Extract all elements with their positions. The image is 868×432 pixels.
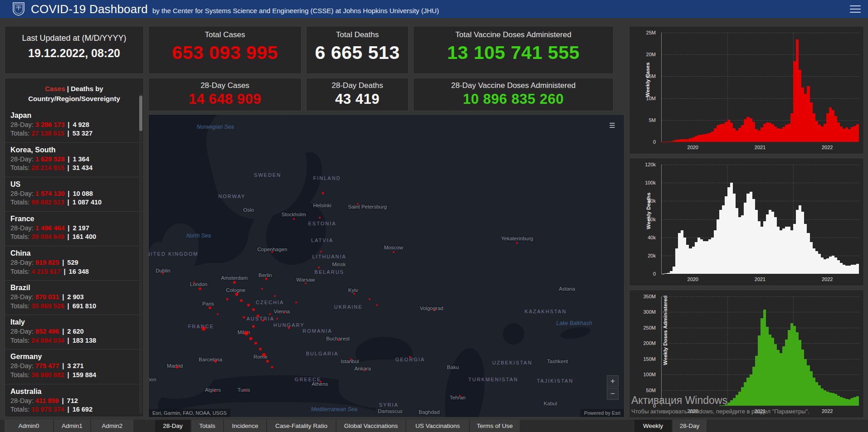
stat-line: 28-Day: 3 286 173 | 4 928 <box>10 121 138 130</box>
case-cluster-dot <box>283 312 285 314</box>
region-label: TAJIKISTAN <box>537 378 574 383</box>
city-label: Kabul <box>544 401 557 406</box>
city-label: Oslo <box>243 207 254 213</box>
tab-case-fatality-ratio[interactable]: Case-Fatality Ratio <box>267 420 336 432</box>
tab-global-vaccinations[interactable]: Global Vaccinations <box>336 420 405 432</box>
stat-label: Total Cases <box>149 30 301 39</box>
tab-incidence[interactable]: Incidence <box>224 420 266 432</box>
case-cluster-dot <box>252 325 255 328</box>
tab-terms-of-use[interactable]: Terms of Use <box>470 420 520 432</box>
case-cluster-dot <box>353 293 355 295</box>
region-label: BELARUS <box>315 269 344 275</box>
stat-line: 28-Day: 1 629 528 | 1 364 <box>10 155 138 164</box>
case-cluster-dot <box>162 272 164 274</box>
case-cluster-dot <box>322 192 324 194</box>
tab-admin2[interactable]: Admin2 <box>91 420 133 432</box>
city-label: Stockholm <box>282 212 306 217</box>
scrollbar-track[interactable] <box>139 94 142 414</box>
region-label: SYRIA <box>379 402 399 408</box>
case-cluster-dot <box>259 348 262 350</box>
country-name: Korea, South <box>10 146 138 154</box>
case-cluster-dot <box>320 381 322 383</box>
city-label: Warsaw <box>296 277 315 282</box>
weekly-deaths-chart[interactable]: Weekly Deaths120k100k80k60k40k20k0202020… <box>629 158 864 286</box>
stat-label: 28-Day Cases <box>149 81 301 90</box>
stat-line: Totals: 39 004 649 | 161 400 <box>10 233 138 242</box>
list-item[interactable]: Japan28-Day: 3 286 173 | 4 928Totals: 27… <box>5 108 143 142</box>
case-cluster-dot <box>176 366 179 369</box>
list-item[interactable]: France28-Day: 1 496 464 | 2 197Totals: 3… <box>5 211 143 246</box>
sea-label: Mediterranean Sea <box>311 406 357 413</box>
tab-us-vaccinations[interactable]: US Vaccinations <box>406 420 469 432</box>
stat-panel-28-day-vaccine-doses-administered: 28-Day Vaccine Doses Administered10 896 … <box>413 78 614 111</box>
stat-panel-28-day-deaths: 28-Day Deaths43 419 <box>306 78 409 111</box>
list-item[interactable]: Italy28-Day: 852 496 | 2 620Totals: 24 8… <box>5 315 143 349</box>
stat-value: 10 896 835 260 <box>414 91 613 107</box>
city-label: sbon <box>148 377 156 382</box>
last-updated-value: 19.12.2022, 08:20 <box>5 47 143 60</box>
tab-28-day[interactable]: 28-Day <box>673 420 707 432</box>
region-label: FINLAND <box>313 175 341 181</box>
stat-panel-total-vaccine-doses-administered: Total Vaccine Doses Administered13 105 7… <box>413 26 614 74</box>
tab-admin1[interactable]: Admin1 <box>54 420 90 432</box>
world-map[interactable]: Norwegian SeaNorth SeaMediterranean SeaL… <box>148 114 624 417</box>
city-label: Paris <box>202 301 214 306</box>
city-label: Damascus <box>378 408 402 414</box>
case-cluster-dot <box>393 251 395 253</box>
tab-group-charts: Weekly28-Day <box>634 420 707 432</box>
scrollbar-thumb[interactable] <box>139 96 142 131</box>
stat-line: Totals: 35 869 526 | 691 810 <box>10 302 138 311</box>
list-item[interactable]: Brazil28-Day: 870 031 | 2 903Totals: 35 … <box>5 280 143 315</box>
stat-label: Total Deaths <box>307 30 408 39</box>
case-cluster-dot <box>320 251 322 252</box>
zoom-out-button[interactable]: − <box>607 388 619 400</box>
cases-header-label: Cases <box>45 85 65 92</box>
stat-line: 28-Day: 852 496 | 2 620 <box>10 327 138 336</box>
list-item[interactable]: Korea, South28-Day: 1 629 528 | 1 364Tot… <box>5 142 143 177</box>
stat-line: 28-Day: 411 859 | 712 <box>10 397 138 406</box>
case-cluster-dot <box>249 337 253 340</box>
city-label: Tehran <box>450 395 466 400</box>
weekly-doses-chart[interactable]: Weekly Doses Administered350M300M250M200… <box>629 290 864 418</box>
city-label: Vienna <box>274 309 290 314</box>
jhu-shield-icon <box>13 2 24 16</box>
country-name: Germany <box>10 353 138 361</box>
country-header-line2: Country/Region/Sovereignty <box>28 95 120 102</box>
city-label: Istanbul <box>341 359 359 364</box>
case-cluster-dot <box>271 251 273 253</box>
list-item[interactable]: China28-Day: 919 825 | 529Totals: 4 215 … <box>5 246 143 280</box>
list-item[interactable]: US28-Day: 1 574 130 | 10 088Totals: 99 8… <box>5 177 143 211</box>
case-cluster-dot <box>233 281 236 284</box>
stat-line: 28-Day: 1 574 130 | 10 088 <box>10 189 138 199</box>
x-axis-ticks: 202020212022 <box>661 145 859 152</box>
region-label: NORWAY <box>218 194 245 199</box>
bar-series <box>662 165 859 274</box>
plot-area <box>661 33 859 142</box>
stat-line: 28-Day: 775 477 | 3 271 <box>10 362 138 371</box>
case-cluster-dot <box>288 327 290 329</box>
city-label: Kyiv <box>348 287 358 293</box>
last-updated-panel: Last Updated at (M/D/YYYY) 19.12.2022, 0… <box>5 26 144 74</box>
tab-28-day[interactable]: 28-Day <box>155 420 190 432</box>
weekly-cases-chart[interactable]: Weekly Cases25M20M15M10M5M0202020212022 <box>629 26 864 154</box>
tab-weekly[interactable]: Weekly <box>634 420 672 432</box>
hamburger-menu-icon[interactable] <box>850 5 861 13</box>
tab-admin0[interactable]: Admin0 <box>5 420 53 432</box>
tab-group-admin: Admin0Admin1Admin2 <box>5 420 133 432</box>
country-name: US <box>10 180 138 189</box>
stat-line: 28-Day: 1 496 464 | 2 197 <box>10 224 138 233</box>
case-cluster-dot <box>193 282 195 283</box>
sea-label: Norwegian Sea <box>197 124 234 130</box>
sea-label: North Sea <box>186 233 211 239</box>
y-axis-ticks: 350M300M250M200M150M100M50M0 <box>639 296 659 406</box>
list-item[interactable]: Australia28-Day: 411 859 | 712Totals: 10… <box>5 384 143 417</box>
case-cluster-dot <box>271 366 273 368</box>
case-cluster-dot <box>214 360 217 363</box>
stat-value: 653 093 995 <box>149 42 301 63</box>
stat-panel-total-cases: Total Cases653 093 995 <box>148 26 302 74</box>
zoom-in-button[interactable]: + <box>607 375 619 387</box>
list-item[interactable]: Germany28-Day: 775 477 | 3 271Totals: 36… <box>5 349 143 383</box>
tab-totals[interactable]: Totals <box>191 420 223 432</box>
region-label: ROMANIA <box>302 328 332 334</box>
layer-list-icon[interactable]: ☰ <box>606 120 619 131</box>
